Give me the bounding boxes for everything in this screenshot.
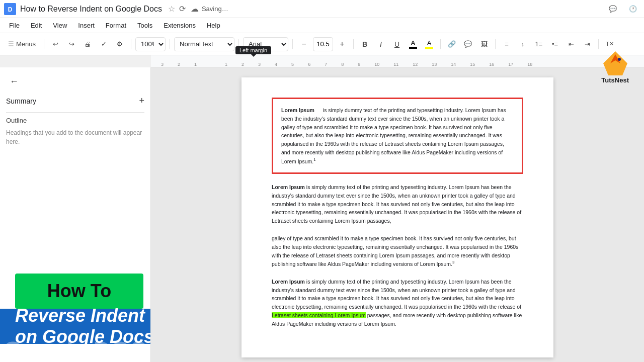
align-button[interactable]: ≡ [500, 37, 514, 51]
font-color-bar [409, 47, 417, 49]
line-spacing-button[interactable]: ↕ [516, 37, 530, 51]
tutsnest-logo: TutsNest [601, 50, 629, 84]
clear-format-button[interactable]: T✕ [603, 37, 617, 51]
svg-point-4 [618, 58, 621, 61]
sidebar: ← Summary + Outline Headings that you ad… [0, 67, 151, 362]
outline-hint: Headings that you add to the document wi… [6, 128, 144, 146]
left-margin-label: Left margin [235, 46, 271, 54]
paragraph-1: Lorem Ipsum is simply dummy text of the … [281, 106, 514, 165]
toolbar-separator-6 [353, 39, 354, 49]
bold-button[interactable]: B [358, 37, 372, 51]
menu-extensions[interactable]: Extensions [158, 20, 201, 31]
increase-indent-button[interactable]: ⇥ [580, 37, 594, 51]
saving-status: Saving… [202, 5, 228, 13]
link-button[interactable]: 🔗 [445, 37, 459, 51]
clock-icon[interactable]: 🕐 [626, 2, 640, 16]
font-size-decrease-button[interactable]: − [297, 37, 311, 51]
sidebar-summary-row: Summary + [6, 94, 144, 108]
how-to-box: How To [15, 274, 143, 309]
back-button[interactable]: ← [6, 73, 22, 89]
doc-area[interactable]: Lorem Ipsum is simply dummy text of the … [151, 67, 644, 362]
summary-label: Summary [6, 97, 36, 105]
toolbar-separator-8 [495, 39, 496, 49]
paragraph-4-wrapper: Lorem Ipsum is simply dummy text of the … [272, 278, 523, 328]
decrease-indent-button[interactable]: ⇤ [564, 37, 578, 51]
svg-text:D: D [8, 6, 13, 13]
outline-label: Outline [6, 117, 144, 124]
title-bar: D How to Reverse Indent on Google Docs ☆… [0, 0, 644, 18]
doc-page: Lorem Ipsum is simply dummy text of the … [242, 77, 553, 357]
redo-button[interactable]: ↪ [64, 37, 78, 51]
footnote-1: 1 [313, 157, 315, 162]
footnote-3: 3 [452, 260, 454, 264]
font-size-input[interactable] [313, 37, 333, 51]
toolbar-separator-5 [292, 39, 293, 49]
image-button[interactable]: 🖼 [477, 37, 491, 51]
font-color-label: A [411, 40, 415, 46]
ruler-ticks: 3 2 1 1 2 3 4 5 6 7 8 9 10 11 12 13 14 1… [151, 55, 644, 67]
paragraph-4: Lorem Ipsum is simply dummy text of the … [272, 278, 523, 328]
text-style-select[interactable]: Normal text Heading 1 Heading 2 Heading … [174, 37, 234, 51]
hamburger-icon: ☰ [8, 40, 14, 48]
zoom-select[interactable]: 100% 75% 125% 150% [135, 37, 166, 51]
menu-insert[interactable]: Insert [73, 20, 100, 31]
highlight-label: A [427, 39, 432, 47]
menus-button[interactable]: ☰ Menus [4, 38, 40, 50]
toolbar-separator-1 [44, 39, 44, 49]
toolbar-separator-7 [440, 39, 441, 49]
undo-button[interactable]: ↩ [48, 37, 62, 51]
print-button[interactable]: 🖨 [80, 37, 95, 51]
star-icon[interactable]: ☆ [168, 4, 175, 14]
chat-icon[interactable]: 💬 [606, 2, 620, 16]
red-border-section: Lorem Ipsum is simply dummy text of the … [272, 98, 523, 174]
italic-button[interactable]: I [374, 37, 388, 51]
toolbar-separator-9 [598, 39, 599, 49]
history-icon[interactable]: ⟳ [179, 4, 186, 14]
toolbar-separator-3 [170, 39, 170, 49]
title-bar-right: 💬 🕐 [606, 2, 640, 16]
paint-format-button[interactable]: ⚙ [113, 37, 127, 51]
how-to-text: How To [47, 281, 111, 302]
sidebar-header: ← [6, 73, 144, 89]
menu-bar: File Edit View Insert Format Tools Exten… [0, 18, 644, 33]
lorem-bold-2: Lorem Ipsum [272, 184, 305, 190]
bullet-list-button[interactable]: •≡ [548, 37, 562, 51]
paragraph-2-wrapper: Lorem Ipsum is simply dummy text of the … [272, 183, 523, 225]
underline-button[interactable]: U [390, 37, 404, 51]
ruler: Left margin 3 2 1 1 2 3 4 5 6 7 8 9 10 1… [151, 55, 644, 67]
numbered-list-button[interactable]: 1≡ [532, 37, 546, 51]
google-doc-text: Google DOC [4, 336, 147, 362]
menu-view[interactable]: View [48, 20, 72, 31]
font-size-increase-button[interactable]: + [335, 37, 349, 51]
menu-tools[interactable]: Tools [132, 20, 157, 31]
font-color-button[interactable]: A [406, 37, 420, 51]
menu-edit[interactable]: Edit [26, 20, 47, 31]
highlight-color-button[interactable]: A [422, 37, 436, 51]
add-summary-button[interactable]: + [139, 96, 144, 106]
toolbar-separator-2 [131, 39, 131, 49]
paragraph-3: galley of type and scrambled it to make … [272, 234, 523, 268]
menu-format[interactable]: Format [101, 20, 131, 31]
highlight-color-bar [425, 47, 433, 49]
lorem-bold-4: Lorem Ipsum [272, 279, 305, 285]
spellcheck-button[interactable]: ✓ [97, 37, 111, 51]
menu-help[interactable]: Help [202, 20, 225, 31]
sidebar-divider [6, 112, 144, 113]
tutsnest-bird-icon [602, 50, 628, 76]
paragraph-3-wrapper: galley of type and scrambled it to make … [272, 234, 523, 268]
paragraph-2: Lorem Ipsum is simply dummy text of the … [272, 183, 523, 225]
cloud-icon: ☁ [191, 4, 199, 14]
app-icon: D [4, 3, 16, 15]
toolbar: ☰ Menus ↩ ↪ 🖨 ✓ ⚙ 100% 75% 125% 150% Nor… [0, 33, 644, 55]
title-bar-icons: ⟳ ☁ [179, 4, 199, 14]
thumbnail-section: How To Reverse Indent on Google Docs Goo… [0, 228, 150, 362]
lorem-bold-1: Lorem Ipsum [281, 107, 314, 113]
tutsnest-icon-wrapper [602, 50, 628, 76]
main-layout: ← Summary + Outline Headings that you ad… [0, 67, 644, 362]
cursor-highlight: Letraset sheets containing Lorem Ipsum [272, 312, 366, 318]
comment-button[interactable]: 💬 [461, 37, 475, 51]
tutsnest-label: TutsNest [601, 76, 629, 84]
menu-file[interactable]: File [4, 20, 25, 31]
document-title: How to Reverse Indent on Google Docs [20, 5, 162, 14]
